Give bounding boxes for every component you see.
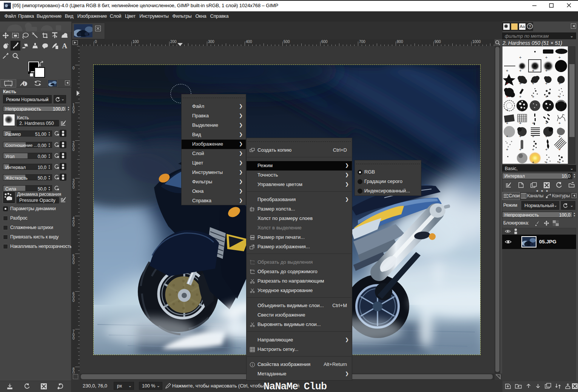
svg-text:+: + xyxy=(519,121,521,125)
svg-text:+: + xyxy=(558,160,561,164)
svg-text:+: + xyxy=(532,94,534,99)
svg-text:+: + xyxy=(506,94,508,99)
svg-text:+: + xyxy=(532,108,534,112)
svg-text:+: + xyxy=(532,160,534,164)
svg-text:+: + xyxy=(506,147,508,152)
svg-text:i: i xyxy=(24,81,25,86)
svg-text:200: 200 xyxy=(170,40,177,44)
svg-text:700: 700 xyxy=(359,40,365,44)
svg-text:0: 0 xyxy=(72,298,75,303)
svg-text:?: ? xyxy=(529,24,531,29)
svg-text:+: + xyxy=(519,94,521,99)
svg-text:+: + xyxy=(545,160,547,164)
svg-text:900: 900 xyxy=(435,40,441,44)
svg-text:+: + xyxy=(519,147,521,152)
svg-text:+: + xyxy=(545,68,547,73)
svg-text:+: + xyxy=(558,121,561,125)
svg-text:+: + xyxy=(558,94,561,99)
svg-text:400: 400 xyxy=(246,40,252,44)
svg-text:600: 600 xyxy=(321,40,328,44)
svg-text:+: + xyxy=(545,134,547,138)
svg-text:+: + xyxy=(506,134,508,138)
svg-text:1000: 1000 xyxy=(472,40,481,44)
svg-text:+: + xyxy=(545,108,547,112)
svg-text:0: 0 xyxy=(95,40,97,44)
svg-text:+: + xyxy=(545,81,547,86)
svg-text:+: + xyxy=(558,134,561,138)
svg-text:+: + xyxy=(532,121,534,125)
svg-text:+: + xyxy=(519,108,521,112)
svg-text:0: 0 xyxy=(72,370,75,374)
svg-text:+: + xyxy=(545,55,547,60)
svg-text:+: + xyxy=(545,121,547,125)
svg-text:+: + xyxy=(545,147,547,152)
svg-text:+: + xyxy=(545,94,547,99)
svg-text:0: 0 xyxy=(72,261,75,265)
svg-text:0: 0 xyxy=(72,223,75,227)
svg-text:+: + xyxy=(532,68,534,73)
svg-text:0: 0 xyxy=(72,66,75,70)
svg-text:0: 0 xyxy=(72,148,75,152)
svg-text:+: + xyxy=(506,108,508,112)
svg-text:0: 0 xyxy=(72,110,75,114)
svg-text:+: + xyxy=(558,108,561,112)
svg-text:300: 300 xyxy=(208,40,214,44)
svg-text:+: + xyxy=(519,68,521,73)
svg-text:800: 800 xyxy=(397,40,403,44)
svg-text:+: + xyxy=(519,55,521,60)
svg-text:+: + xyxy=(558,147,561,152)
svg-text:0: 0 xyxy=(72,336,75,340)
svg-text:+: + xyxy=(532,147,534,152)
svg-text:A: A xyxy=(62,42,67,50)
svg-text:+: + xyxy=(506,68,508,73)
svg-text:+: + xyxy=(558,81,561,86)
svg-text:0: 0 xyxy=(72,185,75,189)
svg-text:+: + xyxy=(558,55,561,60)
svg-text:+: + xyxy=(519,134,521,138)
svg-text:+: + xyxy=(558,68,561,73)
svg-text:100: 100 xyxy=(133,40,139,44)
svg-text:+: + xyxy=(506,121,508,125)
svg-text:+: + xyxy=(506,81,508,86)
svg-text:+: + xyxy=(532,81,534,86)
svg-text:+: + xyxy=(532,134,534,138)
svg-text:+: + xyxy=(519,81,521,86)
svg-text:500: 500 xyxy=(284,40,290,44)
